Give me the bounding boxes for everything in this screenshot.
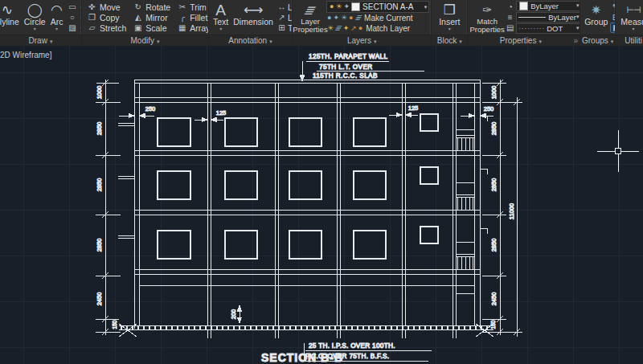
- group-icon: ✷: [591, 2, 601, 18]
- make-current-button[interactable]: Make Current: [364, 14, 413, 22]
- mirror-button[interactable]: ◭Mirror: [133, 12, 170, 22]
- svg-text:2450: 2450: [490, 292, 498, 306]
- section-drawing[interactable]: 1000 2850 2850 2850 2450 150 1000 2850 2…: [0, 46, 643, 364]
- svg-text:150: 150: [490, 320, 496, 329]
- scale-icon: ▣: [133, 23, 143, 32]
- insert-button[interactable]: ❒ Insert ▾: [436, 1, 462, 34]
- slab-note: 115TH R.C.C. SLAB: [313, 72, 378, 80]
- layer-color-swatch: [351, 2, 360, 11]
- fillet-icon: ╭: [177, 13, 187, 22]
- layer-stack-icon[interactable]: ≣: [353, 14, 363, 22]
- layer-on-icon: ●: [330, 2, 334, 11]
- drawing-notes[interactable]: 125TH. PARAPET WALL 75TH L.T. OVER 115TH…: [261, 53, 432, 364]
- rectangle-button[interactable]: ▭▾: [67, 2, 81, 12]
- svg-text:250: 250: [145, 105, 156, 112]
- stretch-icon: ▱: [87, 23, 97, 32]
- svg-text:1000: 1000: [96, 86, 103, 100]
- match-properties-icon: ✑: [482, 2, 492, 18]
- dimension-button[interactable]: ⟷ Dimension: [231, 1, 276, 34]
- move-icon: ✜: [87, 2, 97, 11]
- leader-button[interactable]: ↗Leader▾: [276, 12, 292, 22]
- layer-isolate-icon[interactable]: ✦: [333, 14, 339, 22]
- panel-label-layers[interactable]: Layers▾: [293, 35, 431, 46]
- ellipse-button[interactable]: ○▾: [67, 12, 81, 22]
- lineweight-select[interactable]: ByLayer ▾: [516, 12, 580, 22]
- panel-label-properties[interactable]: Properties▾»: [468, 35, 580, 46]
- svg-text:2850: 2850: [96, 122, 103, 136]
- linetype-button[interactable]: ▤: [505, 22, 516, 33]
- linetype-sample: ·········: [518, 25, 545, 32]
- layer-lock-icon: ✦: [344, 2, 350, 11]
- ribbon: ∿ olyline ◯ Circle ▾ ◠ Arc ▾ ▭▾ ○▾ ▨▾ Dr…: [0, 0, 643, 47]
- linetype-select[interactable]: ········· DOT ▾: [516, 23, 580, 34]
- array-icon: ▦: [177, 23, 187, 32]
- color-select[interactable]: ByLayer ▾: [516, 1, 580, 11]
- lineweight-sample: [518, 17, 546, 18]
- rectangle-icon: ▭: [67, 2, 77, 11]
- arc-button[interactable]: ◠ Arc ▾: [48, 1, 66, 34]
- stretch-button[interactable]: ▱Stretch: [87, 22, 126, 33]
- trim-button[interactable]: ✂Trim▾: [177, 2, 208, 12]
- copy-button[interactable]: ❐Copy: [87, 12, 126, 22]
- layer-off-icon[interactable]: ●: [327, 14, 331, 22]
- svg-text:150: 150: [112, 320, 117, 329]
- dimension-left-chain[interactable]: 1000 2850 2850 2850 2450 150: [96, 80, 121, 335]
- arc-icon: ◠: [51, 2, 63, 18]
- match-properties-button[interactable]: ✑ Match Properties: [469, 1, 505, 34]
- panel-label-modify[interactable]: Modify▾: [82, 35, 208, 46]
- svg-text:2850: 2850: [96, 239, 103, 252]
- mirror-icon: ◭: [133, 13, 143, 22]
- linear-button[interactable]: ↔Linear▾: [276, 2, 292, 12]
- linear-icon: ↔: [276, 2, 287, 11]
- table-button[interactable]: ⊞Table: [276, 22, 292, 33]
- panel-label-utilities[interactable]: Utiliti: [616, 35, 643, 46]
- autocad-window: { "colors":{"ribbon_bg":"#2d2d2d","canva…: [0, 0, 643, 364]
- layer-vpfreeze-icon[interactable]: ≣: [333, 24, 343, 33]
- layer-properties-button[interactable]: ≣ Layer Properties: [294, 1, 326, 34]
- fillet-button[interactable]: ╭Fillet▾: [177, 12, 208, 22]
- ungroup-button[interactable]: ⊟: [610, 12, 615, 22]
- color-wheel-icon: ◔: [505, 2, 515, 11]
- group-edit-button[interactable]: ✎: [610, 2, 615, 12]
- building-section[interactable]: [118, 80, 494, 338]
- svg-text:11000: 11000: [508, 203, 515, 219]
- panel-groups: ✷ Group ✎ ⊟ ◩ Groups▾: [580, 0, 616, 46]
- hatch-button[interactable]: ▨▾: [67, 22, 81, 33]
- dimension-wall-thickness[interactable]: 250 125 125 250 200: [119, 104, 494, 323]
- measure-button[interactable]: ⊢⊣ Measu ▾: [618, 1, 643, 34]
- model-space-canvas[interactable]: 2D Wireframe]: [0, 46, 643, 364]
- group-selection-toggle[interactable]: ◩: [610, 22, 615, 33]
- scale-button[interactable]: ▣Scale: [133, 22, 170, 33]
- lineweight-button[interactable]: ≡: [505, 12, 516, 22]
- group-button[interactable]: ✷ Group: [582, 1, 610, 34]
- panel-label-draw[interactable]: Draw▾: [0, 35, 81, 46]
- move-button[interactable]: ✜Move: [87, 2, 126, 12]
- svg-text:2850: 2850: [96, 178, 103, 192]
- dimension-right-chain[interactable]: 1000 2850 2850 2850 2450 150 11000: [482, 80, 522, 337]
- panel-label-block[interactable]: Block▾: [432, 35, 467, 46]
- layer-freeze-icon[interactable]: ☀: [341, 14, 347, 22]
- copy-icon: ❐: [87, 13, 97, 22]
- chajja-projections: [118, 116, 488, 238]
- text-button[interactable]: A Text ▾: [211, 1, 231, 34]
- panel-label-annotation[interactable]: Annotation▾: [209, 35, 292, 46]
- circle-button[interactable]: ◯ Circle ▾: [22, 1, 48, 34]
- layer-prev-icon[interactable]: ↗: [350, 24, 357, 33]
- svg-text:2450: 2450: [96, 292, 103, 306]
- match-layer-icon[interactable]: ●: [358, 24, 362, 33]
- windows-floor1: [158, 227, 438, 259]
- rotate-button[interactable]: ↻Rotate: [133, 2, 170, 12]
- polyline-button[interactable]: ∿ olyline: [0, 1, 22, 34]
- object-color-button[interactable]: ◔: [505, 2, 516, 12]
- leader-icon: ↗: [276, 13, 287, 22]
- measure-icon: ⊢⊣: [626, 2, 640, 18]
- panel-label-groups[interactable]: Groups▾: [580, 35, 615, 46]
- svg-text:125: 125: [216, 109, 227, 117]
- lintel-note: 75TH L.T. OVER: [319, 63, 373, 71]
- hatch-icon: ▨: [67, 23, 77, 32]
- layer-select[interactable]: ● ☀ ✦ SECTION A-A ▾: [326, 1, 429, 13]
- lineweight-icon: ≡: [505, 13, 515, 22]
- array-button[interactable]: ▦Array▾: [177, 22, 208, 33]
- match-layer-button[interactable]: Match Layer: [366, 24, 410, 33]
- layer-lockfade-icon[interactable]: ✦: [343, 24, 350, 33]
